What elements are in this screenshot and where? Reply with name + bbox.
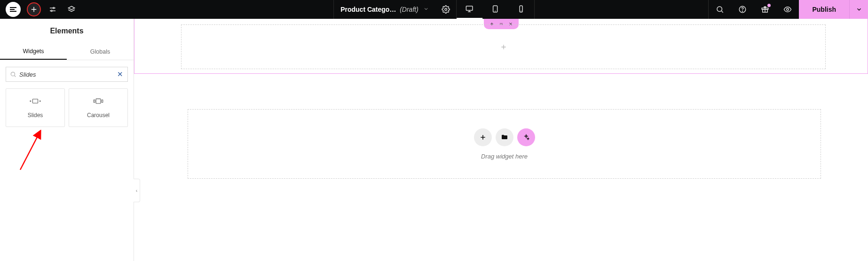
- mobile-icon: [517, 5, 525, 13]
- annotation-arrow: [16, 130, 49, 172]
- widget-label: Slides: [28, 112, 43, 119]
- sparkle-icon: [522, 134, 530, 141]
- settings-button[interactable]: [435, 0, 456, 19]
- svg-point-12: [11, 72, 15, 76]
- draft-label: (Draft): [400, 6, 418, 13]
- widget-carousel[interactable]: Carousel: [69, 88, 128, 127]
- svg-rect-13: [32, 99, 38, 103]
- svg-rect-16: [102, 100, 103, 103]
- navigator-button[interactable]: [62, 0, 81, 19]
- widget-slides[interactable]: Slides: [6, 88, 65, 127]
- tab-widgets[interactable]: Widgets: [0, 43, 67, 60]
- plus-icon: [479, 134, 487, 141]
- tab-globals[interactable]: Globals: [67, 43, 134, 60]
- desktop-icon: [465, 5, 473, 13]
- ai-button[interactable]: [517, 128, 535, 146]
- widget-search-input[interactable]: [19, 71, 113, 78]
- plus-icon: [500, 43, 507, 51]
- svg-point-0: [53, 8, 55, 9]
- widget-label: Carousel: [87, 112, 110, 119]
- finder-button[interactable]: [709, 0, 731, 19]
- svg-rect-14: [96, 99, 101, 103]
- help-button[interactable]: [731, 0, 754, 19]
- search-icon: [10, 71, 16, 78]
- whats-new-button[interactable]: [754, 0, 776, 19]
- svg-point-11: [787, 8, 789, 11]
- empty-column-a[interactable]: [181, 24, 826, 69]
- preview-button[interactable]: [776, 0, 799, 19]
- svg-point-6: [717, 7, 722, 12]
- device-mobile[interactable]: [508, 0, 534, 19]
- layers-icon: [67, 5, 76, 14]
- svg-point-19: [501, 23, 501, 24]
- svg-point-20: [502, 23, 502, 24]
- device-tablet[interactable]: [482, 0, 508, 19]
- publish-options[interactable]: [849, 0, 868, 19]
- svg-rect-3: [466, 6, 473, 10]
- clear-search-button[interactable]: ✕: [116, 71, 124, 78]
- eye-icon: [783, 5, 792, 14]
- chevron-down-icon: [856, 6, 862, 13]
- tablet-icon: [491, 5, 499, 13]
- sliders-icon: [48, 5, 57, 14]
- plus-icon: [30, 5, 38, 14]
- elementor-logo[interactable]: [6, 2, 21, 17]
- drag-hint-text: Drag widget here: [481, 153, 528, 160]
- add-widget-button[interactable]: [24, 0, 43, 19]
- svg-point-1: [51, 10, 52, 12]
- slides-icon: [29, 97, 42, 107]
- folder-icon: [501, 134, 508, 141]
- publish-button[interactable]: Publish: [799, 0, 849, 19]
- gear-icon: [442, 5, 450, 14]
- page-dropdown[interactable]: [423, 6, 429, 13]
- new-section-dropzone[interactable]: Drag widget here: [188, 109, 821, 179]
- carousel-icon: [92, 97, 105, 107]
- svg-line-17: [20, 134, 39, 170]
- device-desktop[interactable]: [457, 0, 482, 19]
- svg-point-18: [500, 23, 500, 24]
- search-icon: [716, 5, 724, 14]
- notification-dot: [767, 4, 771, 7]
- add-section-button[interactable]: [474, 128, 492, 146]
- svg-point-2: [445, 8, 447, 11]
- page-title: Product Categori…: [340, 6, 397, 13]
- page-settings-button[interactable]: [43, 0, 62, 19]
- svg-point-8: [742, 11, 743, 11]
- svg-rect-15: [94, 100, 95, 103]
- help-icon: [738, 5, 747, 14]
- add-template-button[interactable]: [496, 128, 513, 146]
- panel-title: Elements: [0, 19, 134, 43]
- chevron-down-icon: [423, 6, 429, 12]
